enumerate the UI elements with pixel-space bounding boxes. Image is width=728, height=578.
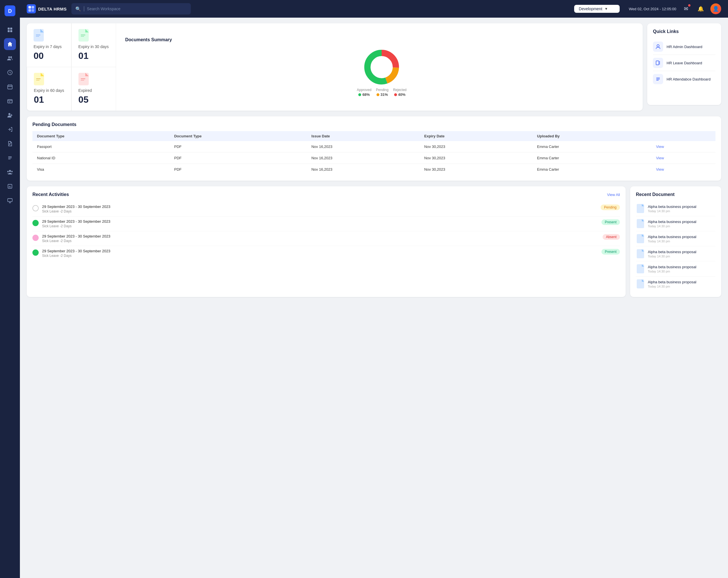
- sidebar-icon-signin[interactable]: [4, 123, 16, 135]
- activities-title: Recent Activities: [32, 192, 69, 197]
- bottom-section: Recent Activities View All 29 September …: [27, 186, 721, 297]
- svg-point-6: [8, 56, 10, 58]
- svg-rect-10: [8, 100, 12, 103]
- recent-doc-name: Alpha beta business proposal: [648, 265, 716, 269]
- messages-button[interactable]: ✉: [681, 4, 691, 14]
- table-row: Visa PDF Nov 16,2023 Nov 30,2023 Emma Ca…: [32, 164, 716, 175]
- sidebar-icon-clock[interactable]: [4, 67, 16, 78]
- sidebar-icon-document[interactable]: [4, 138, 16, 150]
- recent-doc-item: Alpha beta business proposal Today 14:30…: [636, 246, 716, 261]
- sidebar-logo: D: [4, 4, 16, 17]
- svg-rect-32: [81, 80, 84, 80]
- activity-item: 29 September 2023 - 30 September 2023 Si…: [32, 217, 620, 231]
- quick-link-hr-attendance[interactable]: HR Attendabce Dashboard: [653, 71, 716, 87]
- notifications-button[interactable]: 🔔: [696, 4, 706, 14]
- sidebar-icon-card[interactable]: [4, 95, 16, 107]
- topbar-right: Wed 02, Oct 2024 - 12:05:00 ✉ 🔔 👤: [629, 3, 721, 14]
- workspace-dropdown[interactable]: Development ▼: [574, 5, 620, 13]
- sidebar-icon-home[interactable]: [4, 38, 16, 50]
- legend-approved: Approved 68%: [357, 88, 371, 97]
- sidebar-icon-monitor[interactable]: [4, 195, 16, 206]
- recent-doc-file-icon: [636, 249, 645, 258]
- quick-link-hr-admin[interactable]: HR Admin Dashboard: [653, 39, 716, 55]
- recent-activities-card: Recent Activities View All 29 September …: [27, 186, 626, 297]
- content: Expiry in 7 days 00: [20, 18, 728, 578]
- quick-link-icon-admin: [653, 42, 663, 52]
- svg-point-12: [9, 170, 11, 172]
- svg-text:D: D: [8, 8, 12, 14]
- recent-doc-time: Today 14:30 pm: [648, 255, 716, 258]
- activity-item: 29 September 2023 - 30 September 2023 Si…: [32, 231, 620, 246]
- col-expiry-date: Expiry Date: [420, 131, 532, 141]
- activities-header: Recent Activities View All: [32, 192, 620, 197]
- recent-doc-info: Alpha beta business proposal Today 14:30…: [648, 250, 716, 258]
- search-divider: [84, 6, 84, 11]
- cell-expiry-date: Nov 30,2023: [420, 141, 532, 152]
- activity-dates: 29 September 2023 - 30 September 2023: [42, 204, 597, 209]
- recent-doc-info: Alpha beta business proposal Today 14:30…: [648, 265, 716, 273]
- legend-rejected: Rejected 40%: [393, 88, 406, 97]
- avatar[interactable]: 👤: [710, 3, 721, 14]
- recent-docs-list: Alpha beta business proposal Today 14:30…: [636, 201, 716, 291]
- view-link[interactable]: View: [656, 156, 664, 160]
- cell-uploaded-by: Emma Carter: [532, 152, 651, 164]
- recent-doc-name: Alpha beta business proposal: [648, 220, 716, 224]
- recent-doc-name: Alpha beta business proposal: [648, 235, 716, 239]
- quick-link-label-attendance: HR Attendabce Dashboard: [667, 77, 711, 81]
- recent-doc-item: Alpha beta business proposal Today 14:30…: [636, 231, 716, 246]
- pending-docs-title: Pending Documents: [32, 122, 716, 127]
- quick-link-hr-leave[interactable]: HR Leave Dashboard: [653, 55, 716, 71]
- stat-label-expired: Expired: [78, 88, 109, 93]
- cell-view[interactable]: View: [651, 164, 716, 175]
- sidebar-icon-group[interactable]: [4, 166, 16, 178]
- stat-value-7days: 00: [33, 51, 64, 61]
- recent-doc-file-icon: [636, 279, 645, 288]
- legend-approved-pct: 68%: [362, 93, 370, 97]
- svg-rect-22: [36, 35, 41, 35]
- svg-rect-18: [31, 6, 34, 8]
- file-icon-red: [78, 73, 109, 86]
- activities-list: 29 September 2023 - 30 September 2023 Si…: [32, 202, 620, 260]
- cell-view[interactable]: View: [651, 141, 716, 152]
- svg-rect-23: [36, 36, 39, 37]
- activity-dot: [32, 235, 39, 241]
- legend-rejected-pct: 40%: [398, 93, 406, 97]
- cell-issue-date: Nov 16,2023: [307, 164, 420, 175]
- svg-rect-4: [8, 30, 10, 32]
- quick-link-label-admin: HR Admin Dashboard: [667, 45, 702, 49]
- quick-link-icon-leave: [653, 58, 663, 68]
- col-uploaded-by: Uploaded By: [532, 131, 651, 141]
- recent-doc-item: Alpha beta business proposal Today 14:30…: [636, 216, 716, 231]
- search-bar[interactable]: 🔍: [71, 3, 191, 15]
- top-section: Expiry in 7 days 00: [27, 23, 721, 111]
- recent-doc-info: Alpha beta business proposal Today 14:30…: [648, 280, 716, 288]
- svg-rect-28: [36, 78, 41, 79]
- recent-documents-card: Recent Document Alpha beta business prop…: [630, 186, 721, 297]
- documents-summary: Documents Summary: [121, 23, 643, 111]
- cell-issue-date: Nov 16,2023: [307, 141, 420, 152]
- main-area: DELTA HRMS 🔍 Development ▼ Wed 02, Oct 2…: [20, 0, 728, 578]
- sidebar-icon-people[interactable]: [4, 52, 16, 64]
- table-row: National ID PDF Nov 16,2023 Nov 30,2023 …: [32, 152, 716, 164]
- stat-label-60days: Expiry in 60 days: [34, 88, 64, 93]
- topbar: DELTA HRMS 🔍 Development ▼ Wed 02, Oct 2…: [20, 0, 728, 18]
- cell-type: Visa: [32, 164, 170, 175]
- svg-point-11: [8, 113, 10, 115]
- cell-expiry-date: Nov 30,2023: [420, 164, 532, 175]
- cell-view[interactable]: View: [651, 152, 716, 164]
- view-link[interactable]: View: [656, 145, 664, 149]
- cell-doc-type: PDF: [170, 141, 307, 152]
- stat-label-30days: Expiry in 30 days: [78, 44, 109, 49]
- sidebar-icon-calendar[interactable]: [4, 81, 16, 93]
- view-all-link[interactable]: View All: [607, 193, 620, 197]
- pending-documents-table: Document Type Document Type Issue Date E…: [32, 131, 716, 175]
- sidebar-icon-grid[interactable]: [4, 24, 16, 36]
- svg-rect-3: [10, 28, 12, 30]
- donut-chart-container: [125, 46, 638, 85]
- cell-doc-type: PDF: [170, 152, 307, 164]
- view-link[interactable]: View: [656, 167, 664, 172]
- search-input[interactable]: [87, 6, 187, 11]
- sidebar-icon-list[interactable]: [4, 152, 16, 164]
- sidebar-icon-person-add[interactable]: [4, 109, 16, 121]
- sidebar-icon-report[interactable]: [4, 180, 16, 192]
